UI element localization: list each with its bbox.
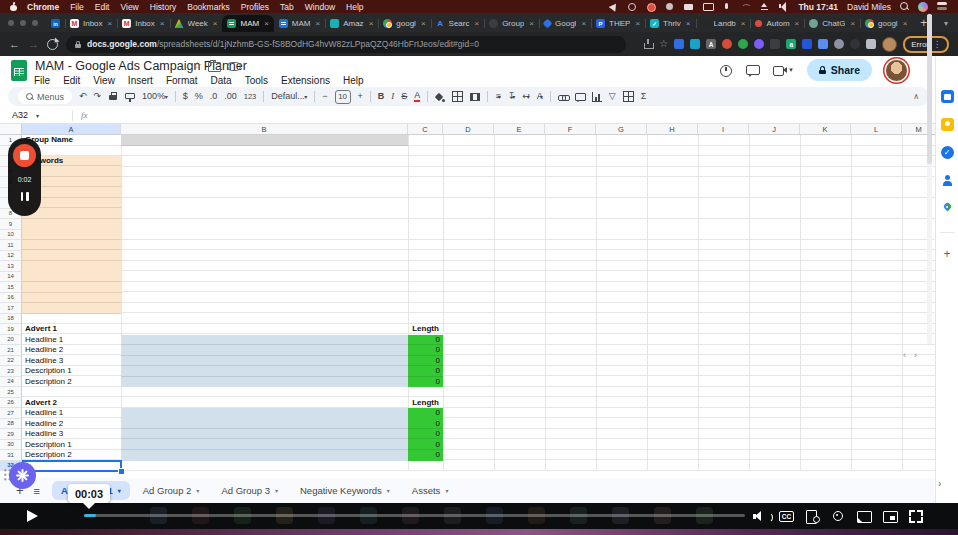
cell-length-header[interactable]: Length [408, 324, 443, 335]
bookmark-star-icon[interactable]: ☆ [659, 39, 668, 49]
row-header[interactable]: 17 [0, 303, 22, 314]
font-select[interactable]: Defaul... ▾ [271, 92, 307, 101]
cell-fill[interactable] [121, 135, 408, 146]
siri-icon[interactable] [918, 2, 928, 12]
row-header[interactable]: 27 [0, 408, 22, 419]
close-tab-icon[interactable]: × [160, 19, 165, 28]
move-folder-icon[interactable] [208, 62, 221, 72]
select-all-corner[interactable] [0, 124, 22, 135]
browser-tab[interactable]: MInbox× [65, 15, 117, 32]
row-header[interactable]: 13 [0, 261, 22, 272]
column-header[interactable]: D [443, 124, 494, 135]
cast-icon[interactable] [857, 510, 872, 523]
row-header[interactable]: 11 [0, 240, 22, 251]
text-wrap-button[interactable]: ↩▾ [522, 92, 530, 101]
row-header[interactable]: 21 [0, 345, 22, 356]
sheets-menu-item[interactable]: Help [343, 75, 364, 86]
row-header[interactable]: 18 [0, 314, 22, 325]
row-header[interactable]: 19 [0, 324, 22, 335]
tasks-icon[interactable]: ✓ [941, 146, 954, 159]
row-header[interactable]: 14 [0, 272, 22, 283]
menubar-item[interactable]: History [150, 2, 176, 12]
sheets-menu-item[interactable]: View [93, 75, 115, 86]
account-icon[interactable] [665, 2, 675, 12]
zoom-select[interactable]: 100% ▾ [142, 92, 168, 101]
cell-length-value[interactable]: 0 [408, 366, 443, 377]
cell-length-value[interactable]: 0 [408, 356, 443, 367]
text-color-button[interactable]: A [414, 91, 420, 102]
extension-icon[interactable] [722, 39, 732, 49]
collapse-toolbar-icon[interactable]: ∧ [913, 92, 919, 101]
browser-tab[interactable]: Group× [484, 15, 539, 32]
column-header[interactable]: K [800, 124, 851, 135]
cell-row-label[interactable]: Headline 3 [22, 429, 121, 440]
merge-cells-button[interactable] [470, 93, 480, 101]
browser-profile-avatar[interactable] [882, 37, 897, 52]
browser-tab[interactable]: Amaz× [325, 15, 378, 32]
bold-button[interactable]: B [378, 92, 385, 101]
insert-link-button[interactable] [558, 92, 568, 102]
menubar-item[interactable]: Tab [280, 2, 294, 12]
close-tab-icon[interactable]: × [581, 19, 586, 28]
browser-tab[interactable]: Googl× [539, 15, 591, 32]
reload-button[interactable] [47, 39, 58, 50]
browser-tab[interactable]: in [46, 15, 65, 32]
extension-icon[interactable] [690, 39, 700, 49]
column-header[interactable]: B [121, 124, 408, 135]
column-header[interactable]: I [698, 124, 749, 135]
add-icon[interactable]: + [941, 248, 954, 261]
column-header[interactable]: G [596, 124, 647, 135]
record-icon[interactable] [646, 2, 656, 12]
apple-menu-icon[interactable] [10, 3, 17, 11]
row-header[interactable]: 10 [0, 230, 22, 241]
play-button[interactable] [27, 510, 38, 522]
sheet-tab-dropdown-icon[interactable]: ▾ [445, 487, 448, 494]
browser-tab[interactable]: PTHEP× [591, 15, 645, 32]
location-icon[interactable] [608, 2, 618, 12]
captions-icon[interactable]: CC [779, 511, 794, 522]
volume-icon[interactable] [753, 510, 768, 523]
row-header[interactable]: 22 [0, 356, 22, 367]
close-tab-icon[interactable]: × [421, 19, 426, 28]
redo-button[interactable]: ↷ [94, 92, 102, 101]
selection-fill-handle[interactable] [118, 468, 125, 475]
menubar-item[interactable]: Chrome [27, 2, 59, 12]
back-button[interactable]: ← [9, 39, 20, 50]
extension-icon[interactable]: A [706, 39, 716, 49]
close-tab-icon[interactable]: × [903, 19, 908, 28]
wifi-icon[interactable] [741, 2, 751, 12]
sheet-tab-dropdown-icon[interactable]: ▾ [275, 487, 278, 494]
browser-tab[interactable]: ✓Thriv× [645, 15, 695, 32]
sheet-tab-dropdown-icon[interactable]: ▾ [118, 487, 121, 494]
menubar-item[interactable]: File [70, 2, 84, 12]
cell-length-value[interactable]: 0 [408, 440, 443, 451]
extension-icon[interactable] [850, 39, 860, 49]
send-to-device-icon[interactable] [643, 39, 653, 49]
strikethrough-button[interactable]: S [401, 92, 407, 101]
spotlight-search-icon[interactable] [900, 2, 909, 11]
extension-icon[interactable] [754, 39, 764, 49]
column-header[interactable]: L [851, 124, 902, 135]
browser-tab[interactable]: googl× [378, 15, 430, 32]
menubar-item[interactable]: Bookmarks [187, 2, 230, 12]
comment-history-icon[interactable] [746, 64, 759, 77]
create-filter-button[interactable]: ▽ [609, 92, 616, 101]
extension-icon[interactable] [674, 39, 684, 49]
cell-advert-title[interactable]: Advert 2 [22, 398, 121, 409]
cell-row-label[interactable]: Description 2 [22, 377, 121, 388]
menubar-item[interactable]: Window [305, 2, 335, 12]
maps-icon[interactable] [941, 202, 954, 215]
horizontal-align-button[interactable]: ≡▾ [495, 92, 500, 101]
cell-row-label[interactable]: Headline 1 [22, 335, 121, 346]
cell-length-value[interactable]: 0 [408, 335, 443, 346]
increase-font-size-button[interactable]: + [358, 92, 363, 101]
extension-icon[interactable] [818, 39, 828, 49]
cell-length-value[interactable]: 0 [408, 408, 443, 419]
sheet-tab[interactable]: Ad Group 3▾ [212, 481, 287, 500]
sheets-menu-item[interactable]: File [34, 75, 50, 86]
cell-row-label[interactable]: Description 1 [22, 440, 121, 451]
row-header[interactable]: 16 [0, 293, 22, 304]
formula-input[interactable] [88, 107, 936, 123]
close-tab-icon[interactable]: × [369, 19, 374, 28]
extension-icon[interactable]: a [786, 39, 796, 49]
